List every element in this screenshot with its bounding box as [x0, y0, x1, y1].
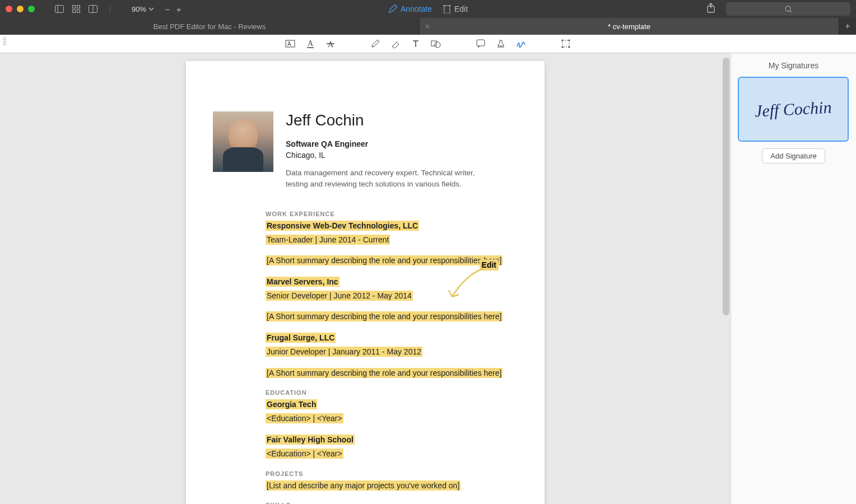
svg-rect-2 — [73, 6, 76, 8]
person-bio: Data management and recovery expert. Tec… — [286, 167, 499, 190]
pdf-page: Jeff Cochin Software QA Engineer Chicago… — [186, 61, 545, 504]
svg-text:A: A — [328, 40, 334, 49]
svg-point-28 — [562, 46, 564, 48]
minimize-window-button[interactable] — [17, 6, 24, 12]
education-header: EDUCATION — [266, 389, 518, 396]
signature-preview: Jeff Cochin — [754, 97, 832, 120]
document-canvas[interactable]: Jeff Cochin Software QA Engineer Chicago… — [0, 53, 731, 504]
annotation-arrow — [444, 266, 489, 305]
edit-label: Edit — [454, 4, 468, 13]
shape-tool[interactable] — [429, 36, 443, 51]
job-summary: [A Short summary describing the role and… — [266, 368, 503, 378]
titlebar: 90% − + Annotate Edit — [0, 0, 856, 18]
job-role-dates: Senior Developer | June 2012 - May 2014 — [266, 291, 413, 301]
job-company: Responsive Web-Dev Technologies, LLC — [266, 221, 419, 231]
svg-point-23 — [435, 42, 440, 48]
person-name: Jeff Cochin — [286, 111, 518, 129]
share-button[interactable] — [707, 3, 715, 15]
text-box-tool[interactable] — [408, 36, 423, 51]
job-company: Marvel Servers, Inc — [266, 277, 339, 287]
zoom-in-button[interactable]: + — [173, 4, 184, 14]
job-role-dates: Team-Leader | June 2014 - Current — [266, 235, 390, 245]
maximize-window-button[interactable] — [28, 6, 35, 12]
vertical-scrollbar[interactable] — [723, 53, 729, 504]
tab-inactive[interactable]: Best PDF Editor for Mac - Reviews — [0, 18, 420, 35]
stamp-tool[interactable] — [494, 36, 508, 51]
close-tab-icon[interactable]: × — [425, 22, 430, 31]
text-underline-tool[interactable]: A — [303, 36, 318, 51]
svg-rect-8 — [444, 6, 450, 13]
svg-text:A: A — [308, 39, 314, 48]
svg-rect-25 — [562, 40, 569, 47]
annotation-toolbar: A A A — [0, 35, 856, 53]
person-role: Software QA Engineer — [286, 139, 518, 148]
svg-rect-24 — [477, 40, 485, 46]
search-icon — [785, 6, 792, 13]
svg-rect-4 — [73, 10, 76, 13]
scrollbar-thumb[interactable] — [723, 58, 729, 315]
edu-school: Georgia Tech — [266, 399, 317, 409]
add-signature-button[interactable]: Add Signature — [762, 148, 825, 164]
svg-rect-5 — [77, 10, 80, 13]
eraser-tool[interactable] — [388, 36, 403, 51]
close-window-button[interactable] — [6, 6, 12, 12]
svg-point-27 — [569, 40, 570, 41]
signature-tool[interactable] — [514, 36, 528, 51]
note-tool[interactable] — [473, 36, 488, 51]
annotate-mode-button[interactable]: Annotate — [388, 4, 432, 13]
sidebar-title: My Signatures — [738, 61, 849, 70]
job-company: Frugal Surge, LLC — [266, 333, 336, 343]
view-mode-buttons — [53, 3, 100, 15]
zoom-control: 90% − + — [132, 4, 184, 14]
tab-bar: Best PDF Editor for Mac - Reviews × * cv… — [0, 18, 856, 35]
text-highlight-tool[interactable]: A — [283, 36, 297, 51]
edu-school: Fair Valley High School — [266, 435, 355, 445]
edit-icon — [443, 4, 451, 13]
pen-icon — [388, 4, 397, 13]
person-location: Chicago, IL — [286, 151, 518, 160]
svg-point-29 — [569, 46, 570, 48]
text-strikethrough-tool[interactable]: A — [323, 36, 338, 51]
tab-label: * cv-template — [608, 22, 650, 31]
search-input[interactable] — [726, 2, 850, 16]
tab-label: Best PDF Editor for Mac - Reviews — [153, 22, 266, 31]
left-panel-handle[interactable] — [3, 38, 6, 50]
svg-text:A: A — [287, 41, 291, 47]
annotate-label: Annotate — [401, 4, 432, 13]
svg-rect-22 — [431, 41, 436, 46]
work-experience-header: WORK EXPERIENCE — [266, 211, 518, 217]
signature-card[interactable]: Jeff Cochin — [738, 77, 849, 142]
svg-point-26 — [562, 40, 564, 41]
pencil-tool[interactable] — [368, 36, 383, 51]
two-page-view-icon[interactable] — [86, 3, 100, 15]
grid-view-icon[interactable] — [69, 3, 83, 15]
job-summary: [A Short summary describing the role and… — [266, 311, 503, 321]
svg-rect-3 — [77, 6, 80, 8]
signatures-sidebar: My Signatures Jeff Cochin Add Signature — [731, 53, 856, 504]
svg-line-13 — [790, 11, 792, 12]
selection-tool[interactable] — [559, 36, 573, 51]
new-tab-button[interactable]: + — [839, 18, 856, 35]
svg-rect-0 — [55, 6, 64, 13]
svg-point-12 — [785, 6, 790, 11]
sidebar-toggle-icon[interactable] — [53, 3, 66, 15]
skills-header: SKILLS — [266, 502, 518, 504]
projects-header: PROJECTS — [266, 470, 518, 477]
edu-detail: <Education> | <Year> — [266, 449, 343, 459]
zoom-value[interactable]: 90% — [132, 5, 146, 13]
tab-active[interactable]: × * cv-template — [420, 18, 839, 35]
edit-mode-button[interactable]: Edit — [443, 4, 468, 13]
window-controls — [6, 6, 35, 12]
projects-text: [List and describe any major projects yo… — [266, 480, 460, 491]
chevron-down-icon[interactable] — [148, 7, 154, 11]
job-summary: [A Short summary describing the role and… — [266, 255, 503, 265]
edu-detail: <Education> | <Year> — [266, 413, 343, 423]
zoom-out-button[interactable]: − — [162, 4, 173, 14]
profile-photo — [213, 111, 273, 172]
job-role-dates: Junior Developer | January 2011 - May 20… — [266, 347, 422, 357]
